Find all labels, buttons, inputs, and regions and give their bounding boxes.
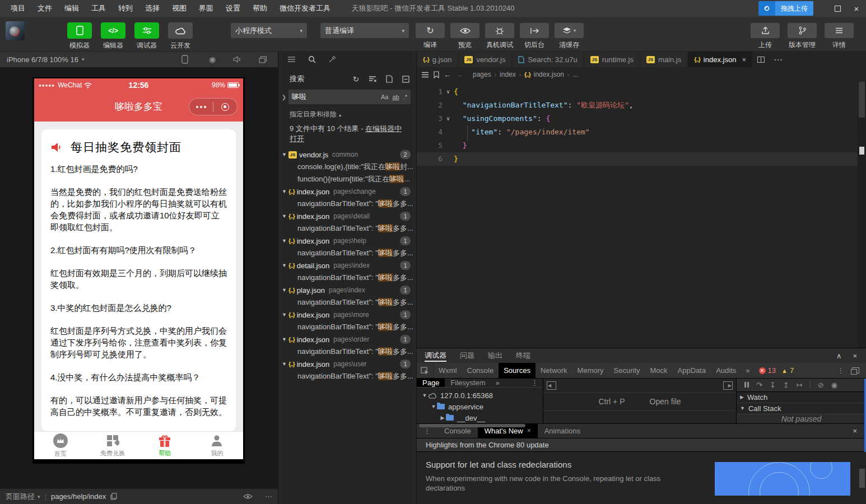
split-editor-icon[interactable] xyxy=(757,57,765,63)
search-result-file[interactable]: ▼{..}index.jsonpages\detail1 xyxy=(278,210,416,222)
search-result-match[interactable]: navigationBarTitleText": "哆啦多多... xyxy=(278,370,416,382)
search-result-file[interactable]: ▼{..}index.jsonpages\change1 xyxy=(278,185,416,198)
whats-new-article-title[interactable]: Support for let and class redeclarations xyxy=(426,460,695,469)
pause-script-icon[interactable] xyxy=(744,382,749,388)
fold-icon[interactable]: ∨ xyxy=(443,112,454,125)
collapse-all-icon[interactable] xyxy=(402,76,409,83)
search-result-file[interactable]: ▼{..}play.jsonpages\index1 xyxy=(278,284,416,296)
search-result-match[interactable]: navigationBarTitleText": "哆啦多多... xyxy=(278,222,416,235)
menu-item-设置[interactable]: 设置 xyxy=(221,2,245,15)
close-window-button[interactable]: × xyxy=(847,0,866,17)
tree-item-127.0.0.1:65368[interactable]: ▼127.0.0.1:65368 xyxy=(417,390,543,401)
page-path-selector[interactable]: 页面路径 xyxy=(6,492,35,502)
menu-item-工具[interactable]: 工具 xyxy=(86,2,111,15)
mode-button-模拟器[interactable]: 模拟器 xyxy=(66,22,93,50)
code-line[interactable]: 6} xyxy=(417,152,866,166)
more-options-icon[interactable]: ⋯ xyxy=(265,492,272,501)
search-result-match[interactable]: navigationBarTitleText": "哆啦多多... xyxy=(278,247,416,259)
code-line[interactable]: 2 "navigationBarTitleText": "欧皇源码论坛", xyxy=(417,99,866,112)
drawer-tab-Animations[interactable]: Animations xyxy=(538,424,587,438)
search-result-match[interactable]: navigationBarTitleText": "哆啦多多... xyxy=(278,198,416,210)
more-tabs-icon[interactable]: » xyxy=(741,366,754,375)
devtools-tab-Console[interactable]: Console xyxy=(462,363,499,378)
devtools-tab-Network[interactable]: Network xyxy=(536,363,572,378)
devtools-tab-Audits[interactable]: Audits xyxy=(711,363,741,378)
action-button-详情[interactable]: 详情 xyxy=(825,23,854,50)
undock-icon[interactable] xyxy=(852,367,859,374)
search-result-file[interactable]: ▼{..}index.jsonpages\user1 xyxy=(278,358,416,370)
search-result-file[interactable]: ▼{..}detail.jsonpages\index1 xyxy=(278,259,416,272)
menu-item-选择[interactable]: 选择 xyxy=(140,2,165,15)
action-button-版本管理[interactable]: 版本管理 xyxy=(788,23,817,50)
outline-icon[interactable] xyxy=(421,72,429,78)
step-icon[interactable]: ↦ xyxy=(797,381,803,389)
navigator-tab-Page[interactable]: Page xyxy=(417,379,445,387)
navigator-tab-Filesystem[interactable]: Filesystem xyxy=(445,379,491,387)
search-result-match[interactable]: navigationBarTitleText": "哆啦多多... xyxy=(278,296,416,309)
action-button-编译[interactable]: ↻编译 xyxy=(416,23,445,50)
devtools-tab-Sources[interactable]: Sources xyxy=(499,363,536,378)
new-search-editor-icon[interactable] xyxy=(386,75,393,83)
debugger-tab-调试器[interactable]: 调试器 xyxy=(425,348,446,363)
action-button-真机调试[interactable]: 真机调试 xyxy=(485,23,514,50)
editor-tab-g.json[interactable]: {..}g.json xyxy=(417,52,458,67)
tree-item-appservice[interactable]: ▼appservice xyxy=(417,401,543,412)
avatar[interactable] xyxy=(6,21,25,40)
search-result-match[interactable]: navigationBarTitleText": "哆啦多多... xyxy=(278,321,416,333)
search-result-match[interactable]: navigationBarTitleText": "哆啦多多... xyxy=(278,272,416,284)
bookmark-icon[interactable] xyxy=(434,71,439,78)
menu-item-编辑[interactable]: 编辑 xyxy=(59,2,84,15)
search-input[interactable]: 哆啦 Aa ab .* xyxy=(288,90,411,104)
action-button-预览[interactable]: 预览 xyxy=(450,23,479,50)
tab-我的[interactable]: 我的 xyxy=(191,432,243,459)
mode-select-dropdown[interactable]: 小程序模式 ▾ xyxy=(231,23,307,38)
menu-item-帮助[interactable]: 帮助 xyxy=(248,2,272,15)
search-result-file[interactable]: ▼{..}index.jsonpages\order1 xyxy=(278,333,416,346)
drag-upload-button[interactable]: 拖拽上传 xyxy=(758,1,813,16)
close-tab-icon[interactable]: × xyxy=(742,55,746,64)
action-button-清缓存[interactable]: ▾清缓存 xyxy=(555,23,584,50)
mode-button-云开发[interactable]: 云开发 xyxy=(167,22,194,50)
close-tab-icon[interactable]: × xyxy=(527,427,531,435)
open-file-label[interactable]: Open file xyxy=(650,397,681,406)
breadcrumb-item[interactable]: index.json xyxy=(534,71,564,78)
editor-tab-vendor.js[interactable]: JSvendor.js xyxy=(458,52,512,67)
search-result-match[interactable]: function(){return{title:"我正在哆啦... xyxy=(278,173,416,185)
menu-item-文件[interactable]: 文件 xyxy=(32,2,57,15)
dock-left-icon[interactable]: ◀ xyxy=(547,381,556,390)
editor-tab-runtime.js[interactable]: JSruntime.js xyxy=(584,52,640,67)
menu-item-界面[interactable]: 界面 xyxy=(194,2,218,15)
device-selector[interactable]: iPhone 6/7/8 100% 16 xyxy=(7,55,78,64)
debugger-tab-终端[interactable]: 终端 xyxy=(516,348,530,363)
search-result-match[interactable]: console.log(e),{title:"我正在哆啦封... xyxy=(278,161,416,173)
drawer-scrollbar-thumb[interactable] xyxy=(859,469,865,488)
search-result-match[interactable]: navigationBarTitleText": "哆啦多多... xyxy=(278,346,416,358)
editor-tab-index.json[interactable]: {..}index.json× xyxy=(688,52,753,67)
call-stack-section[interactable]: ▼ Call Stack xyxy=(737,403,866,414)
action-button-上传[interactable]: 上传 xyxy=(751,23,780,50)
tree-item-__dev__[interactable]: ▶__dev__ xyxy=(417,412,543,423)
step-out-icon[interactable]: ↥ xyxy=(783,381,789,389)
refresh-search-icon[interactable]: ↻ xyxy=(353,75,359,83)
debugger-tab-问题[interactable]: 问题 xyxy=(460,348,474,363)
deactivate-breakpoints-icon[interactable]: ⊘ xyxy=(818,381,824,389)
dock-right-icon[interactable]: ▶ xyxy=(723,381,733,390)
forward-arrow-icon[interactable]: → xyxy=(455,71,463,79)
devtools-tab-Mock[interactable]: Mock xyxy=(645,363,673,378)
close-panel-icon[interactable]: × xyxy=(853,352,857,360)
devtools-tab-AppData[interactable]: AppData xyxy=(673,363,711,378)
mute-icon[interactable] xyxy=(233,56,243,63)
code-editor[interactable]: 1∨{2 "navigationBarTitleText": "欧皇源码论坛",… xyxy=(417,82,866,348)
navigator-menu-icon[interactable]: ⋮ xyxy=(531,379,543,387)
copy-path-icon[interactable] xyxy=(110,493,117,500)
menu-item-转到[interactable]: 转到 xyxy=(113,2,138,15)
fold-icon[interactable]: ∨ xyxy=(443,85,454,99)
scrollbar-thumb[interactable] xyxy=(859,82,865,118)
file-list-icon[interactable] xyxy=(287,56,296,63)
code-line[interactable]: 4 "item": "/pages/index/item" xyxy=(417,125,866,139)
step-into-icon[interactable]: ↧ xyxy=(770,381,776,389)
code-line[interactable]: 5 } xyxy=(417,139,866,152)
action-button-切后台[interactable]: 切后台 xyxy=(520,23,549,50)
step-over-icon[interactable]: ↷ xyxy=(756,381,762,389)
tab-免费兑换[interactable]: 免费兑换 xyxy=(86,432,138,459)
